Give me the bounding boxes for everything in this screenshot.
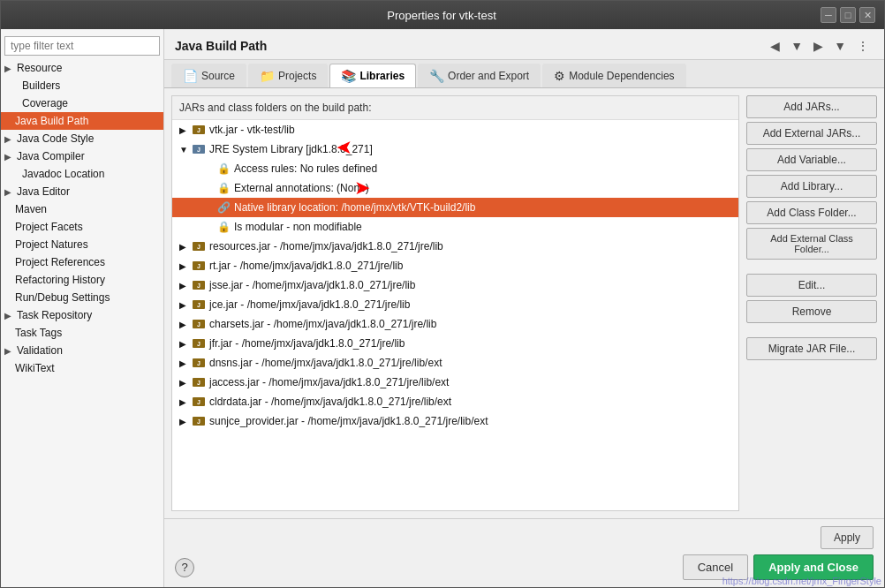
tree-item-is-modular[interactable]: 🔒 Is modular - non modifiable — [172, 217, 738, 237]
sidebar-item-builders[interactable]: Builders — [1, 77, 163, 94]
sidebar-item-project-facets[interactable]: Project Facets — [1, 218, 163, 236]
minimize-button[interactable]: ─ — [821, 7, 836, 23]
title-bar: Properties for vtk-test ─ □ ✕ — [1, 1, 884, 29]
add-external-class-folder-button[interactable]: Add External Class Folder... — [746, 228, 877, 260]
tree-item-label: dnsns.jar - /home/jmx/java/jdk1.8.0_271/… — [209, 357, 442, 369]
bottom-bar: Apply ? Cancel Apply and Close — [164, 518, 884, 587]
jar-icon: J — [192, 336, 206, 351]
sidebar-item-label: Refactoring History — [15, 274, 105, 286]
tree-item-label: resources.jar - /home/jmx/java/jdk1.8.0_… — [209, 240, 443, 253]
nav-back-button[interactable]: ◀ — [766, 36, 784, 56]
tab-projects-label: Projects — [278, 70, 316, 82]
sidebar-item-run-debug-settings[interactable]: Run/Debug Settings — [1, 289, 163, 306]
expand-icon: ▶ — [179, 242, 188, 252]
sidebar-item-task-tags[interactable]: Task Tags — [1, 324, 163, 342]
tab-projects[interactable]: 📁 Projects — [248, 64, 328, 87]
sidebar-item-project-references[interactable]: Project References — [1, 253, 163, 271]
filter-input[interactable] — [4, 36, 160, 56]
jar-icon: J — [192, 239, 206, 253]
tab-source[interactable]: 📄 Source — [171, 64, 246, 87]
maximize-button[interactable]: □ — [840, 7, 856, 23]
tree-item-label: jce.jar - /home/jmx/java/jdk1.8.0_271/jr… — [209, 298, 410, 311]
tree-item-native-library[interactable]: 🔗 Native library location: /home/jmx/vtk… — [172, 198, 738, 217]
nav-dropdown-button[interactable]: ▼ — [786, 36, 807, 56]
jar-icon: J — [192, 375, 206, 389]
tree-item-cldrdata-jar[interactable]: ▶ J cldrdata.jar - /home/jmx/java/jdk1.8… — [172, 392, 738, 411]
tab-module-label: Module Dependencies — [569, 70, 674, 82]
tree-item-ext-annotations[interactable]: 🔒 External annotations: (None) — [172, 178, 738, 198]
tree-item-vtk-jar[interactable]: ▶ J vtk.jar - vtk-test/lib — [172, 120, 738, 139]
sidebar-item-label: Java Compiler — [17, 150, 85, 162]
migrate-jar-button[interactable]: Migrate JAR File... — [746, 337, 877, 360]
tree-item-label: Is modular - non modifiable — [234, 221, 362, 233]
sidebar-item-validation[interactable]: ▶ Validation — [1, 342, 163, 359]
sidebar-item-java-code-style[interactable]: ▶ Java Code Style — [1, 130, 163, 147]
sidebar-item-javadoc-location[interactable]: Javadoc Location — [1, 165, 163, 183]
libraries-tab-icon: 📚 — [341, 69, 356, 83]
sidebar: ▶ Resource Builders Coverage Java Build … — [1, 29, 164, 587]
sidebar-item-label: Builders — [22, 79, 60, 92]
help-button[interactable]: ? — [175, 558, 194, 577]
edit-button[interactable]: Edit... — [746, 274, 877, 297]
tree-list: ▶ J vtk.jar - vtk-test/lib ▼ J JRE Syste… — [172, 120, 738, 431]
tree-item-charsets-jar[interactable]: ▶ J charsets.jar - /home/jmx/java/jdk1.8… — [172, 314, 738, 334]
tab-libraries[interactable]: 📚 Libraries — [329, 64, 416, 87]
tree-item-jre-system[interactable]: ▼ J JRE System Library [jdk1.8.0_271] — [172, 139, 738, 159]
tree-item-sunjce-jar[interactable]: ▶ J sunjce_provider.jar - /home/jmx/java… — [172, 411, 738, 431]
dialog-body: ▶ Resource Builders Coverage Java Build … — [1, 29, 884, 587]
expand-icon: ▶ — [179, 358, 188, 368]
sidebar-item-resource[interactable]: ▶ Resource — [1, 59, 163, 77]
tab-source-label: Source — [201, 70, 235, 82]
jar-icon: J — [192, 278, 206, 292]
content-area: ➤ ➤ JARs and class folders on the build … — [164, 88, 884, 518]
tree-item-dnsns-jar[interactable]: ▶ J dnsns.jar - /home/jmx/java/jdk1.8.0_… — [172, 353, 738, 373]
cancel-button[interactable]: Cancel — [683, 554, 748, 580]
tree-item-jaccess-jar[interactable]: ▶ J jaccess.jar - /home/jmx/java/jdk1.8.… — [172, 373, 738, 392]
expand-icon: ▼ — [179, 145, 188, 155]
sidebar-item-java-compiler[interactable]: ▶ Java Compiler — [1, 147, 163, 165]
source-tab-icon: 📄 — [183, 69, 198, 83]
remove-button[interactable]: Remove — [746, 300, 877, 323]
tree-item-jce-jar[interactable]: ▶ J jce.jar - /home/jmx/java/jdk1.8.0_27… — [172, 295, 738, 314]
tree-item-label: vtk.jar - vtk-test/lib — [209, 124, 295, 136]
expand-icon: ▶ — [179, 320, 188, 329]
sidebar-item-label: Javadoc Location — [22, 168, 104, 180]
sidebar-item-refactoring-history[interactable]: Refactoring History — [1, 271, 163, 289]
nav-forward-button[interactable]: ▶ — [809, 36, 828, 56]
tree-item-label: Access rules: No rules defined — [234, 162, 377, 175]
jar-icon: J — [192, 298, 206, 312]
tree-item-label: charsets.jar - /home/jmx/java/jdk1.8.0_2… — [209, 318, 436, 330]
expand-icon: ▶ — [179, 125, 188, 135]
apply-button[interactable]: Apply — [821, 526, 874, 549]
nav-menu-button[interactable]: ⋮ — [852, 36, 874, 56]
tree-item-jsse-jar[interactable]: ▶ J jsse.jar - /home/jmx/java/jdk1.8.0_2… — [172, 275, 738, 295]
add-jars-button[interactable]: Add JARs... — [746, 95, 877, 118]
access-icon: 🔒 — [216, 162, 231, 176]
sidebar-item-java-build-path[interactable]: Java Build Path — [1, 112, 163, 130]
tab-module-dependencies[interactable]: ⚙ Module Dependencies — [542, 64, 685, 87]
tree-item-label: cldrdata.jar - /home/jmx/java/jdk1.8.0_2… — [209, 396, 451, 408]
sidebar-item-task-repository[interactable]: ▶ Task Repository — [1, 306, 163, 324]
tree-item-access-rules[interactable]: 🔒 Access rules: No rules defined — [172, 159, 738, 178]
apply-and-close-button[interactable]: Apply and Close — [753, 554, 874, 580]
add-library-button[interactable]: Add Library... — [746, 175, 877, 198]
tree-item-jfr-jar[interactable]: ▶ J jfr.jar - /home/jmx/java/jdk1.8.0_27… — [172, 334, 738, 353]
add-external-jars-button[interactable]: Add External JARs... — [746, 122, 877, 145]
close-button[interactable]: ✕ — [859, 7, 875, 23]
tree-item-rt-jar[interactable]: ▶ J rt.jar - /home/jmx/java/jdk1.8.0_271… — [172, 256, 738, 275]
tree-panel: JARs and class folders on the build path… — [171, 95, 739, 511]
sidebar-item-label: WikiText — [15, 362, 55, 374]
nav-dropdown2-button[interactable]: ▼ — [829, 36, 851, 56]
projects-tab-icon: 📁 — [260, 69, 275, 83]
sidebar-item-wikitext[interactable]: WikiText — [1, 359, 163, 377]
jar-icon: J — [192, 317, 206, 331]
tab-order-export[interactable]: 🔧 Order and Export — [418, 64, 541, 87]
sidebar-item-coverage[interactable]: Coverage — [1, 94, 163, 112]
sidebar-item-java-editor[interactable]: ▶ Java Editor — [1, 183, 163, 200]
sidebar-item-project-natures[interactable]: Project Natures — [1, 236, 163, 253]
tabs-bar: 📄 Source 📁 Projects 📚 Libraries 🔧 Order … — [164, 60, 884, 88]
sidebar-item-maven[interactable]: Maven — [1, 200, 163, 218]
add-variable-button[interactable]: Add Variable... — [746, 148, 877, 171]
tree-item-resources-jar[interactable]: ▶ J resources.jar - /home/jmx/java/jdk1.… — [172, 237, 738, 256]
add-class-folder-button[interactable]: Add Class Folder... — [746, 201, 877, 224]
